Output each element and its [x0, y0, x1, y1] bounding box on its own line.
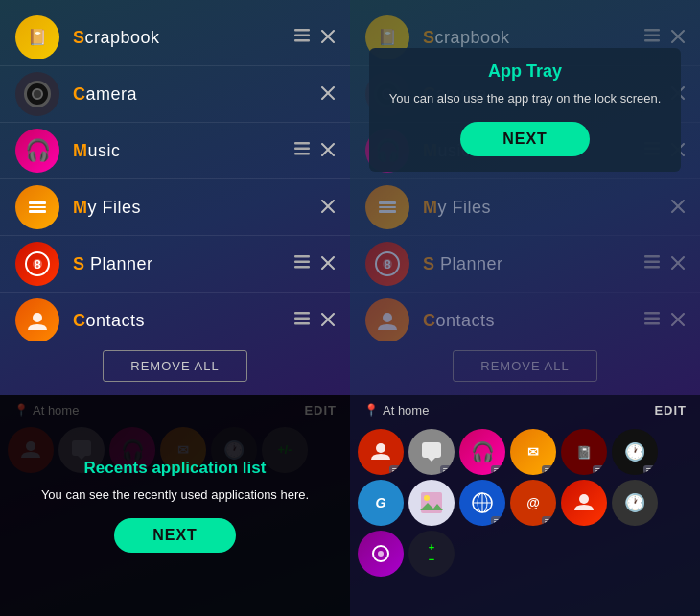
right-grid-icon[interactable]: [408, 480, 455, 526]
svg-rect-32: [644, 39, 660, 42]
svg-point-58: [376, 443, 385, 453]
svg-point-52: [383, 313, 392, 322]
tooltip-desc: You can also use the app tray on the loc…: [389, 89, 662, 108]
svg-rect-49: [644, 266, 660, 269]
close-icon[interactable]: [671, 254, 685, 274]
right-grid-icon[interactable]: +−: [408, 531, 455, 577]
tutorial-desc: You can see the recently used applicatio…: [41, 486, 309, 505]
svg-rect-23: [294, 312, 310, 315]
app-icon: [15, 72, 59, 116]
right-remove-all-button[interactable]: REMOVE ALL: [453, 350, 596, 382]
app-icon: 🎧: [15, 129, 59, 173]
menu-icon[interactable]: [644, 255, 660, 272]
svg-rect-30: [644, 29, 660, 32]
app-name: Scrapbook: [73, 28, 294, 48]
svg-rect-31: [644, 35, 660, 37]
right-edit-label[interactable]: EDIT: [654, 403, 687, 417]
close-icon[interactable]: [671, 28, 685, 48]
right-grid-icon[interactable]: ✉: [510, 429, 556, 475]
close-icon[interactable]: [321, 141, 335, 161]
app-item: My Files: [350, 179, 700, 235]
close-icon[interactable]: [321, 254, 335, 274]
right-grid-icon[interactable]: [358, 429, 404, 475]
right-grid-icon[interactable]: 🕐: [612, 480, 658, 526]
app-name: Scrapbook: [423, 28, 644, 48]
app-name: S Planner: [73, 254, 294, 274]
svg-rect-55: [644, 322, 660, 325]
svg-rect-1: [294, 35, 310, 37]
menu-icon[interactable]: [294, 29, 310, 46]
menu-icon[interactable]: [294, 312, 310, 329]
svg-rect-25: [294, 322, 310, 325]
right-grid-icon[interactable]: 📓: [561, 429, 607, 475]
left-tutorial-overlay: Recents application list You can see the…: [0, 395, 350, 616]
app-icon: 8: [15, 242, 59, 286]
svg-point-66: [579, 494, 589, 504]
right-panel: 📔Scrapbook Camera🎧Music My Files8S Plann…: [350, 0, 700, 616]
close-icon[interactable]: [671, 311, 685, 331]
right-remove-all-container: REMOVE ALL: [350, 341, 700, 395]
app-icon: [365, 298, 409, 341]
left-bottom-section: 📍 At home EDIT 🎧✉🕐+/- Recents applicatio…: [0, 395, 350, 616]
right-grid-icon[interactable]: [408, 429, 455, 475]
svg-rect-47: [644, 255, 660, 258]
svg-point-61: [424, 495, 430, 501]
menu-icon[interactable]: [294, 142, 310, 159]
app-name: S Planner: [423, 254, 644, 274]
app-icon: [365, 185, 409, 229]
svg-rect-9: [294, 153, 310, 155]
svg-rect-7: [294, 142, 310, 145]
right-grid-icon[interactable]: @: [510, 480, 556, 526]
right-grid-icon[interactable]: [358, 531, 404, 577]
app-item: 🎧Music: [0, 123, 350, 178]
svg-rect-24: [294, 318, 310, 320]
svg-text:8: 8: [384, 257, 390, 272]
right-location: 📍 At home: [363, 403, 429, 417]
close-icon[interactable]: [321, 198, 335, 218]
app-item: My Files: [0, 179, 350, 235]
close-icon[interactable]: [321, 84, 335, 105]
svg-point-22: [33, 313, 42, 322]
svg-rect-53: [644, 312, 660, 315]
menu-icon[interactable]: [644, 312, 660, 329]
right-grid-icon[interactable]: G: [358, 480, 404, 526]
app-icon: [15, 185, 59, 229]
svg-rect-17: [294, 255, 310, 258]
close-icon[interactable]: [321, 311, 335, 331]
app-item: 8S Planner: [350, 236, 700, 292]
tooltip-next-button[interactable]: NEXT: [460, 122, 590, 156]
app-item: 📔Scrapbook: [0, 10, 350, 65]
menu-icon[interactable]: [644, 29, 660, 46]
app-icon: [15, 298, 59, 341]
remove-all-button[interactable]: REMOVE ALL: [103, 350, 246, 382]
tutorial-next-button[interactable]: NEXT: [114, 518, 236, 553]
svg-rect-18: [294, 261, 310, 264]
app-item: Camera: [0, 66, 350, 122]
svg-rect-48: [644, 261, 660, 264]
svg-rect-19: [294, 266, 310, 269]
tutorial-title: Recents application list: [84, 459, 267, 478]
app-icon: 8: [365, 242, 409, 286]
right-location-pin-icon: 📍: [363, 403, 379, 417]
left-remove-all-container: REMOVE ALL: [0, 341, 350, 395]
right-grid-icon[interactable]: 🎧: [459, 429, 505, 475]
app-name: Contacts: [423, 311, 644, 331]
right-grid-icon[interactable]: [459, 480, 505, 526]
svg-rect-0: [294, 29, 310, 32]
app-icon: 📔: [15, 15, 59, 59]
app-tray-tooltip: App Tray You can also use the app tray o…: [369, 48, 681, 172]
left-panel: 📔Scrapbook Camera🎧Music My Files8S Plann…: [0, 0, 350, 616]
svg-rect-2: [294, 39, 310, 42]
close-icon[interactable]: [671, 198, 685, 218]
svg-rect-59: [422, 442, 441, 458]
app-item: Contacts: [0, 293, 350, 341]
menu-icon[interactable]: [294, 255, 310, 272]
right-bottom-section: 📍 At home EDIT 🎧✉📓🕐G@🕐+−: [350, 395, 700, 616]
right-bottom-header: 📍 At home EDIT: [350, 395, 700, 421]
right-grid-icon[interactable]: 🕐: [612, 429, 658, 475]
right-grid-icon[interactable]: [561, 480, 607, 526]
svg-rect-8: [294, 148, 310, 151]
app-name: Camera: [73, 84, 321, 105]
close-icon[interactable]: [321, 28, 335, 48]
left-app-list: 📔Scrapbook Camera🎧Music My Files8S Plann…: [0, 0, 350, 341]
